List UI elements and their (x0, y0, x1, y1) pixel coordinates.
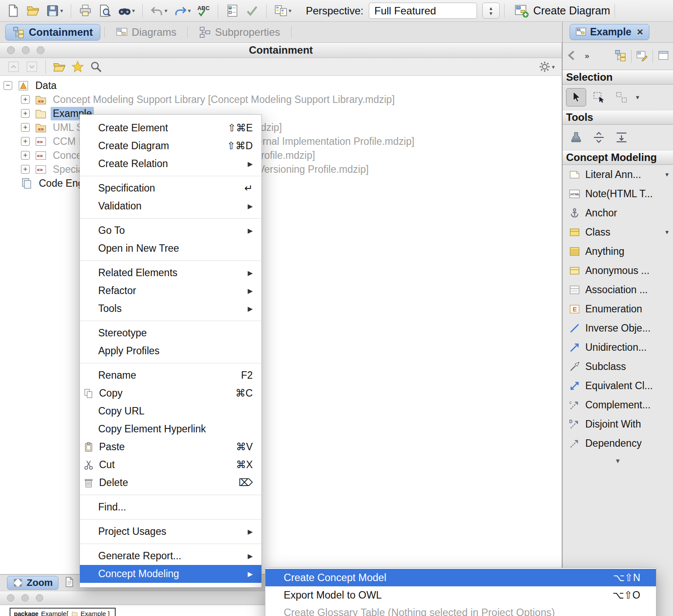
validation-button[interactable] (223, 2, 242, 20)
compare-button[interactable]: ▾ (271, 2, 295, 20)
documentation-tab[interactable] (64, 576, 75, 589)
binoculars-button[interactable]: ▾ (115, 2, 138, 20)
tab-example-diagram[interactable]: Example ✕ (570, 24, 649, 40)
submenu-item-export-model-to-owl[interactable]: Export Model to OWL⌥⇧O (265, 586, 656, 604)
menu-item-paste[interactable]: Paste⌘V (80, 438, 261, 456)
check-button[interactable] (242, 2, 262, 20)
settings-button[interactable]: ▾ (536, 61, 557, 73)
concept-modeling-section-header[interactable]: Concept Modeling (563, 150, 673, 165)
palette-item-association[interactable]: Association ... (563, 280, 673, 299)
stamp-tool[interactable] (566, 128, 586, 147)
caret-down-icon[interactable]: ▾ (636, 93, 639, 101)
palette-item-class[interactable]: Class▾ (563, 222, 673, 242)
palette-item-equivalent-cl[interactable]: Equivalent Cl... (563, 376, 673, 395)
close-icon[interactable]: ✕ (637, 27, 644, 37)
perspective-select[interactable]: Full Featured (369, 3, 477, 19)
search-button[interactable] (87, 60, 105, 73)
expand-toggle[interactable]: + (21, 123, 30, 132)
expand-toggle[interactable]: + (21, 151, 30, 160)
menu-item-copy-url[interactable]: Copy URL (80, 402, 261, 420)
create-diagram-button[interactable]: Create Diagram (514, 3, 610, 18)
menu-item-delete[interactable]: Delete⌦ (80, 474, 261, 492)
back-arrow-button[interactable] (566, 49, 578, 63)
tab-diagrams[interactable]: Diagrams (109, 24, 184, 41)
print-preview-button[interactable] (95, 2, 115, 20)
profile-icon: «» (35, 94, 47, 106)
palette-more-button[interactable]: ▾ (563, 453, 673, 465)
palette-item-complement[interactable]: cComplement... (563, 395, 673, 414)
palette-item-anchor[interactable]: Anchor (563, 203, 673, 222)
expand-toggle[interactable]: + (21, 95, 30, 104)
vsep-tool-tool[interactable] (611, 128, 632, 147)
save-button[interactable]: ▾ (43, 2, 66, 20)
submenu-item-create-concept-model[interactable]: Create Concept Model⌥⇧N (265, 569, 656, 586)
caret-down-icon[interactable]: ▾ (665, 171, 669, 178)
cursor-tool[interactable] (566, 88, 586, 106)
palette-item-inverse-obje[interactable]: Inverse Obje... (563, 318, 673, 338)
palette-item-disjoint-with[interactable]: DDisjoint With (563, 414, 673, 434)
palette-item-anonymous[interactable]: Anonymous ... (563, 261, 673, 280)
menu-item-cut[interactable]: Cut⌘X (80, 456, 261, 474)
dependency-icon (569, 438, 580, 449)
menu-item-tools[interactable]: Tools▶ (80, 300, 261, 318)
menu-item-open-in-new-tree[interactable]: Open in New Tree (80, 240, 261, 257)
spelling-button[interactable]: ABC (194, 2, 213, 20)
tree-item-concept-modeling-support-library-concept-m[interactable]: +«»Concept Modeling Support Library [Con… (0, 92, 562, 106)
copy-icon (82, 388, 95, 399)
open-project-button[interactable] (50, 60, 69, 73)
expand-toggle[interactable]: + (21, 165, 30, 174)
menu-item-specification[interactable]: Specification↵ (80, 179, 261, 197)
tab-subproperties[interactable]: Subproperties (192, 24, 287, 41)
print-button[interactable] (76, 2, 95, 20)
collapse-all-button[interactable] (4, 60, 23, 73)
window-button[interactable] (657, 49, 670, 63)
lasso-grid-tool[interactable] (611, 88, 632, 106)
containment-tree-icon (615, 49, 627, 62)
open-folder-button[interactable] (23, 2, 43, 20)
menu-item-project-usages[interactable]: Project Usages▶ (80, 523, 261, 541)
submenu-item-create-glossary-table-nothing-selected-in-[interactable]: Create Glossary Table (Nothing selected … (265, 604, 656, 616)
menu-item-go-to[interactable]: Go To▶ (80, 222, 261, 240)
perspective-stepper[interactable]: ▴▾ (482, 3, 500, 19)
palette-item-unidirection[interactable]: Unidirection... (563, 338, 673, 357)
hsep-tool-tool[interactable] (589, 128, 609, 147)
collapse-toggle[interactable]: − (3, 81, 12, 90)
expand-toggle[interactable]: + (21, 137, 30, 146)
expand-toggle[interactable]: + (21, 109, 30, 118)
menu-item-concept-modeling[interactable]: Concept Modeling▶ (80, 565, 261, 583)
palette-item-subclass[interactable]: Subclass (563, 357, 673, 376)
redo-button[interactable]: ▾ (171, 2, 194, 20)
menu-item-apply-profiles[interactable]: Apply Profiles (80, 342, 261, 360)
menu-item-related-elements[interactable]: Related Elements▶ (80, 264, 261, 282)
palette-item-enumeration[interactable]: EEnumeration (563, 299, 673, 318)
overflow-chevrons-button[interactable]: » (583, 49, 595, 63)
diagram-edit-button[interactable] (636, 49, 648, 63)
menu-item-stereotype[interactable]: Stereotype (80, 324, 261, 342)
tree-item-data[interactable]: −Data (0, 79, 562, 92)
palette-item-anything[interactable]: Anything (563, 242, 673, 261)
menu-item-generate-report[interactable]: Generate Report...▶ (80, 547, 261, 565)
menu-item-copy-element-hyperlink[interactable]: Copy Element Hyperlink (80, 420, 261, 438)
palette-item-literal-ann[interactable]: Literal Ann...▾ (563, 165, 673, 184)
caret-down-icon[interactable]: ▾ (665, 228, 669, 236)
palette-item-dependency[interactable]: Dependency (563, 434, 673, 453)
tab-zoom[interactable]: Zoom (7, 576, 58, 590)
menu-item-create-relation[interactable]: Create Relation▶ (80, 155, 261, 173)
tab-containment[interactable]: Containment (5, 24, 100, 41)
favorites-button[interactable] (69, 60, 87, 73)
menu-item-find[interactable]: Find... (80, 498, 261, 516)
menu-item-rename[interactable]: RenameF2 (80, 366, 261, 384)
containment-tree-button[interactable] (615, 49, 627, 63)
undo-button[interactable]: ▾ (147, 2, 171, 20)
menu-item-copy[interactable]: Copy⌘C (80, 384, 261, 402)
toolbar-separator (504, 4, 505, 18)
marquee-cursor-tool[interactable] (589, 88, 609, 106)
palette-item-note-html-t[interactable]: HTMLNote(HTML T... (563, 184, 673, 203)
menu-item-create-element[interactable]: Create Element⇧⌘E (80, 119, 261, 137)
menu-item-create-diagram[interactable]: Create Diagram⇧⌘D (80, 137, 261, 155)
caret-down-icon: ▾ (60, 7, 63, 14)
expand-collapse-button[interactable] (23, 60, 41, 73)
new-document-button[interactable] (3, 2, 23, 20)
menu-item-refactor[interactable]: Refactor▶ (80, 282, 261, 300)
menu-item-validation[interactable]: Validation▶ (80, 197, 261, 215)
